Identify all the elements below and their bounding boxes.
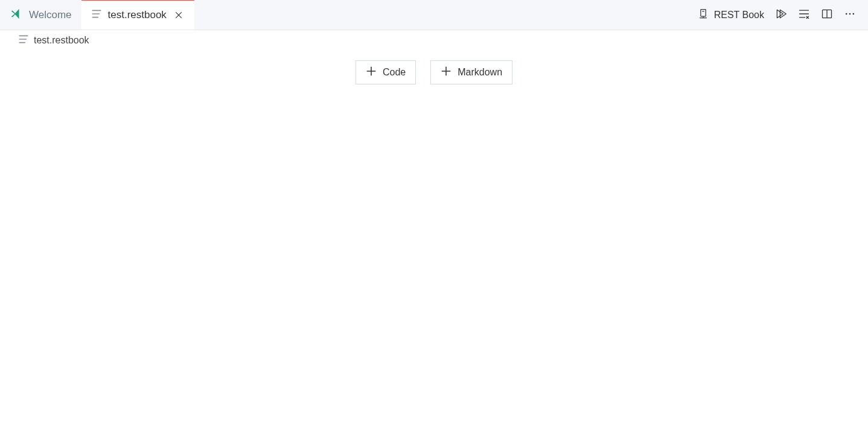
tab-bar: Welcome test.restbook: [0, 0, 868, 30]
tab-file-label: test.restbook: [108, 9, 167, 21]
clear-outputs-button[interactable]: [798, 8, 810, 22]
tab-welcome[interactable]: Welcome: [0, 0, 81, 30]
breadcrumb-filename: test.restbook: [34, 35, 89, 46]
more-actions-button[interactable]: [844, 8, 856, 22]
add-markdown-cell-button[interactable]: Markdown: [430, 60, 512, 84]
file-list-icon: [91, 8, 102, 22]
vscode-logo-icon: [10, 7, 23, 23]
run-all-icon: [775, 8, 787, 22]
svg-point-20: [853, 13, 855, 14]
editor-actions: REST Book: [697, 8, 868, 22]
file-list-icon: [18, 34, 29, 47]
breadcrumb[interactable]: test.restbook: [0, 30, 868, 51]
plus-icon: [441, 66, 452, 79]
run-all-button[interactable]: [775, 8, 787, 22]
ellipsis-icon: [844, 8, 856, 22]
close-icon[interactable]: [173, 9, 185, 21]
add-code-cell-button[interactable]: Code: [356, 60, 416, 84]
add-markdown-label: Markdown: [458, 67, 502, 78]
split-layout-icon: [821, 8, 833, 22]
svg-point-19: [849, 13, 851, 14]
notebook-area: Code Markdown: [0, 51, 868, 84]
add-cell-buttons: Code Markdown: [356, 60, 512, 84]
svg-rect-5: [701, 9, 706, 16]
svg-point-18: [846, 13, 847, 14]
kernel-picker[interactable]: REST Book: [697, 8, 764, 22]
kernel-label: REST Book: [714, 10, 764, 21]
add-code-label: Code: [383, 67, 406, 78]
tab-welcome-label: Welcome: [29, 9, 72, 21]
server-icon: [697, 8, 709, 22]
split-editor-button[interactable]: [821, 8, 833, 22]
tab-file[interactable]: test.restbook: [81, 0, 194, 30]
plus-icon: [366, 66, 377, 79]
clear-all-icon: [798, 8, 810, 22]
